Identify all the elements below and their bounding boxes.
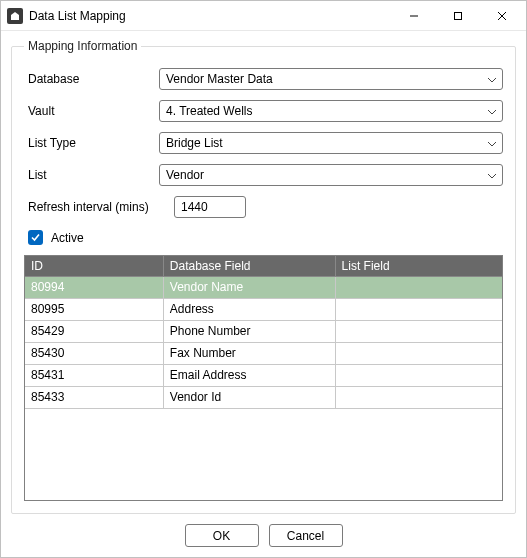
table-row[interactable]: 80995Address: [25, 298, 502, 320]
dialog-window: Data List Mapping Mapping Information Da…: [0, 0, 527, 558]
table-row[interactable]: 85431Email Address: [25, 364, 502, 386]
chevron-down-icon: [487, 72, 497, 86]
chevron-down-icon: [487, 136, 497, 150]
window-controls: [392, 2, 524, 30]
cell-dbField[interactable]: Email Address: [163, 364, 335, 386]
row-active: Active: [28, 230, 503, 245]
close-button[interactable]: [480, 2, 524, 30]
cell-id[interactable]: 85433: [25, 386, 163, 408]
app-icon: [7, 8, 23, 24]
cell-dbField[interactable]: Phone Number: [163, 320, 335, 342]
cell-id[interactable]: 85431: [25, 364, 163, 386]
mapping-information-group: Mapping Information Database Vendor Mast…: [11, 39, 516, 514]
table-row[interactable]: 80994Vendor Name: [25, 276, 502, 298]
database-select[interactable]: Vendor Master Data: [159, 68, 503, 90]
table-row[interactable]: 85433Vendor Id: [25, 386, 502, 408]
list-type-select[interactable]: Bridge List: [159, 132, 503, 154]
mapping-grid[interactable]: ID Database Field List Field 80994Vendor…: [24, 255, 503, 501]
row-database: Database Vendor Master Data: [24, 68, 503, 90]
active-checkbox[interactable]: [28, 230, 43, 245]
cell-listField[interactable]: [335, 276, 502, 298]
cell-listField[interactable]: [335, 342, 502, 364]
cell-listField[interactable]: [335, 298, 502, 320]
cell-id[interactable]: 85429: [25, 320, 163, 342]
row-list-type: List Type Bridge List: [24, 132, 503, 154]
label-database: Database: [24, 72, 159, 86]
svg-rect-1: [455, 12, 462, 19]
cancel-button[interactable]: Cancel: [269, 524, 343, 547]
label-active: Active: [51, 231, 84, 245]
cell-dbField[interactable]: Address: [163, 298, 335, 320]
label-refresh: Refresh interval (mins): [24, 200, 174, 214]
cell-dbField[interactable]: Vendor Name: [163, 276, 335, 298]
header-id[interactable]: ID: [25, 256, 163, 276]
group-legend: Mapping Information: [24, 39, 141, 53]
cell-listField[interactable]: [335, 386, 502, 408]
label-list-type: List Type: [24, 136, 159, 150]
header-list-field[interactable]: List Field: [335, 256, 502, 276]
minimize-button[interactable]: [392, 2, 436, 30]
cell-dbField[interactable]: Vendor Id: [163, 386, 335, 408]
dialog-buttons: OK Cancel: [11, 514, 516, 547]
cell-id[interactable]: 85430: [25, 342, 163, 364]
chevron-down-icon: [487, 104, 497, 118]
cell-id[interactable]: 80994: [25, 276, 163, 298]
database-value: Vendor Master Data: [166, 72, 273, 86]
cell-id[interactable]: 80995: [25, 298, 163, 320]
cell-listField[interactable]: [335, 320, 502, 342]
window-title: Data List Mapping: [29, 9, 392, 23]
header-database-field[interactable]: Database Field: [163, 256, 335, 276]
vault-value: 4. Treated Wells: [166, 104, 252, 118]
row-refresh: Refresh interval (mins): [24, 196, 503, 218]
titlebar: Data List Mapping: [1, 1, 526, 31]
vault-select[interactable]: 4. Treated Wells: [159, 100, 503, 122]
ok-button[interactable]: OK: [185, 524, 259, 547]
cell-listField[interactable]: [335, 364, 502, 386]
table-row[interactable]: 85429Phone Number: [25, 320, 502, 342]
client-area: Mapping Information Database Vendor Mast…: [1, 31, 526, 557]
label-list: List: [24, 168, 159, 182]
table-row[interactable]: 85430Fax Number: [25, 342, 502, 364]
cell-dbField[interactable]: Fax Number: [163, 342, 335, 364]
list-value: Vendor: [166, 168, 204, 182]
grid-header-row: ID Database Field List Field: [25, 256, 502, 276]
list-select[interactable]: Vendor: [159, 164, 503, 186]
label-vault: Vault: [24, 104, 159, 118]
row-vault: Vault 4. Treated Wells: [24, 100, 503, 122]
chevron-down-icon: [487, 168, 497, 182]
refresh-interval-input[interactable]: [174, 196, 246, 218]
maximize-button[interactable]: [436, 2, 480, 30]
row-list: List Vendor: [24, 164, 503, 186]
list-type-value: Bridge List: [166, 136, 223, 150]
